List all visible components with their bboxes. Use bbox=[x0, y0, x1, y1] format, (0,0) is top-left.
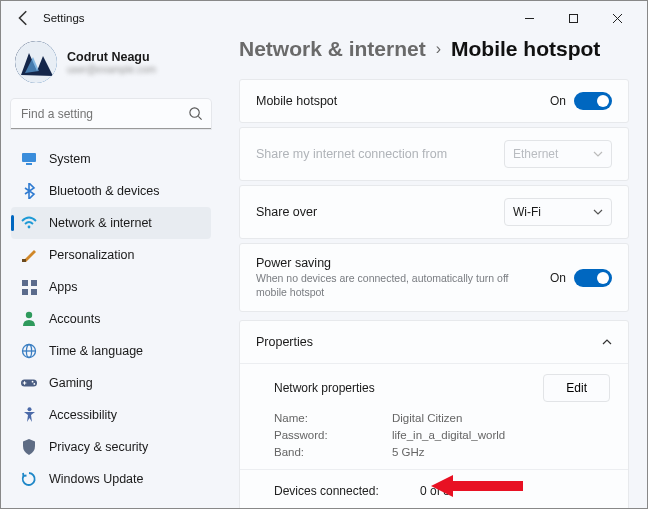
svg-point-20 bbox=[27, 407, 31, 411]
svg-line-4 bbox=[198, 116, 201, 119]
title-bar: Settings bbox=[1, 1, 647, 35]
maximize-button[interactable] bbox=[551, 4, 595, 32]
power-saving-state: On bbox=[550, 271, 566, 285]
hotspot-toggle[interactable] bbox=[574, 92, 612, 110]
system-icon bbox=[21, 151, 37, 167]
sidebar-item-globe[interactable]: Time & language bbox=[11, 335, 211, 367]
share-from-value: Ethernet bbox=[513, 147, 558, 161]
hotspot-label: Mobile hotspot bbox=[256, 94, 550, 108]
svg-rect-8 bbox=[22, 259, 26, 262]
power-saving-row: Power saving When no devices are connect… bbox=[239, 243, 629, 312]
brush-icon bbox=[21, 247, 37, 263]
properties-header[interactable]: Properties bbox=[240, 321, 628, 363]
svg-rect-5 bbox=[22, 153, 36, 162]
back-button[interactable] bbox=[15, 9, 33, 27]
sidebar-item-label: Network & internet bbox=[49, 216, 152, 230]
svg-rect-12 bbox=[31, 289, 37, 295]
edit-button[interactable]: Edit bbox=[543, 374, 610, 402]
share-from-select: Ethernet bbox=[504, 140, 612, 168]
search-icon bbox=[188, 106, 203, 124]
prop-name-row: Name: Digital Citizen bbox=[274, 412, 610, 424]
sidebar-item-label: Accessibility bbox=[49, 408, 117, 422]
svg-point-18 bbox=[32, 381, 34, 383]
hotspot-row: Mobile hotspot On bbox=[239, 79, 629, 123]
prop-band-key: Band: bbox=[274, 446, 392, 458]
prop-password-value: life_in_a_digital_world bbox=[392, 429, 505, 441]
breadcrumb: Network & internet › Mobile hotspot bbox=[239, 37, 629, 61]
chevron-down-icon bbox=[593, 149, 603, 159]
share-over-select[interactable]: Wi-Fi bbox=[504, 198, 612, 226]
share-over-label: Share over bbox=[256, 205, 504, 219]
network-properties-label: Network properties bbox=[274, 381, 543, 395]
svg-rect-11 bbox=[22, 289, 28, 295]
svg-point-2 bbox=[15, 41, 57, 83]
user-email: user@example.com bbox=[67, 64, 156, 75]
apps-icon bbox=[21, 279, 37, 295]
page-title: Mobile hotspot bbox=[451, 37, 600, 61]
svg-rect-6 bbox=[26, 163, 32, 165]
gaming-icon bbox=[21, 375, 37, 391]
chevron-up-icon bbox=[602, 337, 612, 347]
power-saving-toggle[interactable] bbox=[574, 269, 612, 287]
prop-band-row: Band: 5 GHz bbox=[274, 446, 610, 458]
prop-password-key: Password: bbox=[274, 429, 392, 441]
sidebar-item-accessibility[interactable]: Accessibility bbox=[11, 399, 211, 431]
close-button[interactable] bbox=[595, 4, 639, 32]
properties-panel: Properties Network properties Edit Name:… bbox=[239, 320, 629, 508]
wifi-icon bbox=[21, 215, 37, 231]
sidebar-item-system[interactable]: System bbox=[11, 143, 211, 175]
prop-name-key: Name: bbox=[274, 412, 392, 424]
avatar bbox=[15, 41, 57, 83]
sidebar-item-bluetooth[interactable]: Bluetooth & devices bbox=[11, 175, 211, 207]
sidebar-item-apps[interactable]: Apps bbox=[11, 271, 211, 303]
sidebar-item-brush[interactable]: Personalization bbox=[11, 239, 211, 271]
sidebar-item-label: Personalization bbox=[49, 248, 134, 262]
nav-list: SystemBluetooth & devicesNetwork & inter… bbox=[11, 143, 211, 495]
sidebar-item-update[interactable]: Windows Update bbox=[11, 463, 211, 495]
svg-rect-1 bbox=[569, 14, 577, 22]
sidebar-item-gaming[interactable]: Gaming bbox=[11, 367, 211, 399]
sidebar-item-label: Gaming bbox=[49, 376, 93, 390]
breadcrumb-parent[interactable]: Network & internet bbox=[239, 37, 426, 61]
sidebar-item-shield[interactable]: Privacy & security bbox=[11, 431, 211, 463]
prop-name-value: Digital Citizen bbox=[392, 412, 462, 424]
svg-point-19 bbox=[33, 383, 35, 385]
sidebar-item-label: Time & language bbox=[49, 344, 143, 358]
power-saving-sub: When no devices are connected, automatic… bbox=[256, 272, 536, 299]
sidebar-item-person[interactable]: Accounts bbox=[11, 303, 211, 335]
sidebar-item-label: Bluetooth & devices bbox=[49, 184, 160, 198]
sidebar-item-label: Accounts bbox=[49, 312, 100, 326]
sidebar-item-label: Windows Update bbox=[49, 472, 144, 486]
properties-title: Properties bbox=[256, 335, 313, 349]
window-title: Settings bbox=[43, 12, 85, 24]
share-over-value: Wi-Fi bbox=[513, 205, 541, 219]
minimize-button[interactable] bbox=[507, 4, 551, 32]
search-input[interactable] bbox=[11, 99, 211, 129]
share-from-row: Share my internet connection from Ethern… bbox=[239, 127, 629, 181]
power-saving-label: Power saving bbox=[256, 256, 550, 270]
devices-connected-key: Devices connected: bbox=[274, 484, 420, 498]
shield-icon bbox=[21, 439, 37, 455]
main-content: Network & internet › Mobile hotspot Mobi… bbox=[219, 35, 647, 508]
share-over-row: Share over Wi-Fi bbox=[239, 185, 629, 239]
globe-icon bbox=[21, 343, 37, 359]
prop-band-value: 5 GHz bbox=[392, 446, 425, 458]
person-icon bbox=[21, 311, 37, 327]
svg-rect-10 bbox=[31, 280, 37, 286]
chevron-right-icon: › bbox=[436, 40, 441, 58]
chevron-down-icon bbox=[593, 207, 603, 217]
prop-password-row: Password: life_in_a_digital_world bbox=[274, 429, 610, 441]
svg-rect-9 bbox=[22, 280, 28, 286]
svg-point-13 bbox=[26, 312, 32, 318]
devices-connected-row: Devices connected: 0 of 8 bbox=[240, 469, 628, 508]
user-name: Codrut Neagu bbox=[67, 50, 156, 64]
sidebar-item-wifi[interactable]: Network & internet bbox=[11, 207, 211, 239]
hotspot-state: On bbox=[550, 94, 566, 108]
update-icon bbox=[21, 471, 37, 487]
bluetooth-icon bbox=[21, 183, 37, 199]
svg-point-3 bbox=[190, 108, 199, 117]
search-box[interactable] bbox=[11, 99, 211, 129]
sidebar-item-label: System bbox=[49, 152, 91, 166]
user-profile[interactable]: Codrut Neagu user@example.com bbox=[11, 35, 211, 99]
sidebar: Codrut Neagu user@example.com SystemBlue… bbox=[1, 35, 219, 508]
